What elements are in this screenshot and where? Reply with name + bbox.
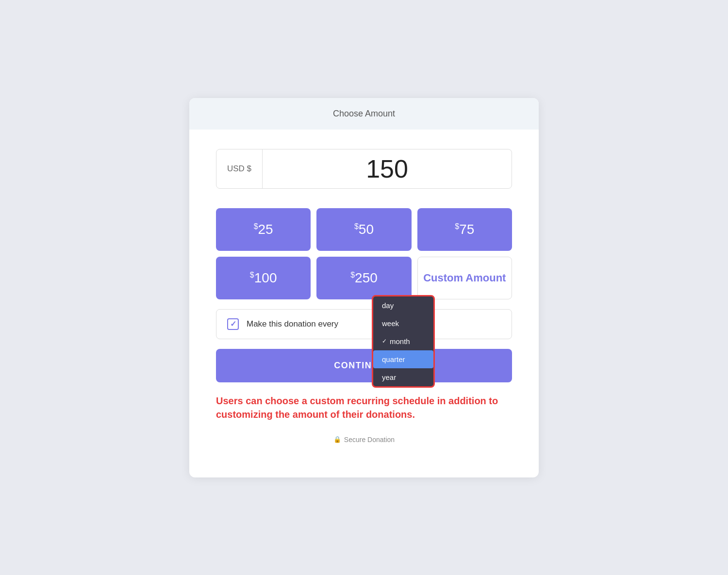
page-title: Choose Amount bbox=[333, 109, 395, 118]
preset-btn-100[interactable]: $100 bbox=[216, 257, 311, 299]
recurring-label: Make this donation every bbox=[247, 319, 338, 329]
custom-amount-button[interactable]: Custom Amount bbox=[417, 257, 512, 299]
amount-input-box: USD $ 150 bbox=[216, 149, 512, 189]
annotation-text: Users can choose a custom recurring sche… bbox=[216, 394, 512, 421]
lock-icon: 🔒 bbox=[333, 436, 341, 443]
continue-button[interactable]: CONTINUE › bbox=[216, 349, 512, 382]
checkbox-check-icon: ✓ bbox=[230, 319, 236, 329]
dropdown-option-week-label: week bbox=[382, 319, 399, 328]
preset-grid: $25 $50 $75 $100 $250 Custom Amount bbox=[216, 208, 512, 299]
preset-btn-50[interactable]: $50 bbox=[316, 208, 411, 251]
dropdown-option-quarter-label: quarter bbox=[382, 355, 405, 363]
dropdown-option-day-label: day bbox=[382, 301, 394, 310]
dropdown-option-month[interactable]: month bbox=[373, 332, 433, 350]
preset-btn-250[interactable]: $250 bbox=[316, 257, 411, 299]
dropdown-option-day[interactable]: day bbox=[373, 296, 433, 314]
dropdown-option-year-label: year bbox=[382, 373, 396, 381]
recurring-checkbox[interactable]: ✓ bbox=[227, 318, 239, 330]
recurring-row: ✓ Make this donation every day week mont… bbox=[216, 309, 512, 339]
preset-btn-25[interactable]: $25 bbox=[216, 208, 311, 251]
card-body: USD $ 150 $25 $50 $75 $100 $250 Custom A… bbox=[189, 130, 539, 477]
card-header: Choose Amount bbox=[189, 98, 539, 130]
dropdown-option-year[interactable]: year bbox=[373, 368, 433, 386]
donation-card: Choose Amount USD $ 150 $25 $50 $75 $100… bbox=[189, 98, 539, 477]
currency-label: USD $ bbox=[216, 149, 263, 188]
secure-label: Secure Donation bbox=[344, 436, 395, 444]
secure-row: 🔒 Secure Donation bbox=[216, 436, 512, 458]
dropdown-option-week[interactable]: week bbox=[373, 314, 433, 332]
preset-btn-75[interactable]: $75 bbox=[417, 208, 512, 251]
frequency-dropdown[interactable]: day week month quarter year bbox=[372, 295, 435, 388]
amount-display[interactable]: 150 bbox=[263, 149, 512, 188]
dropdown-option-month-label: month bbox=[390, 337, 410, 345]
dropdown-option-quarter[interactable]: quarter bbox=[373, 350, 433, 368]
